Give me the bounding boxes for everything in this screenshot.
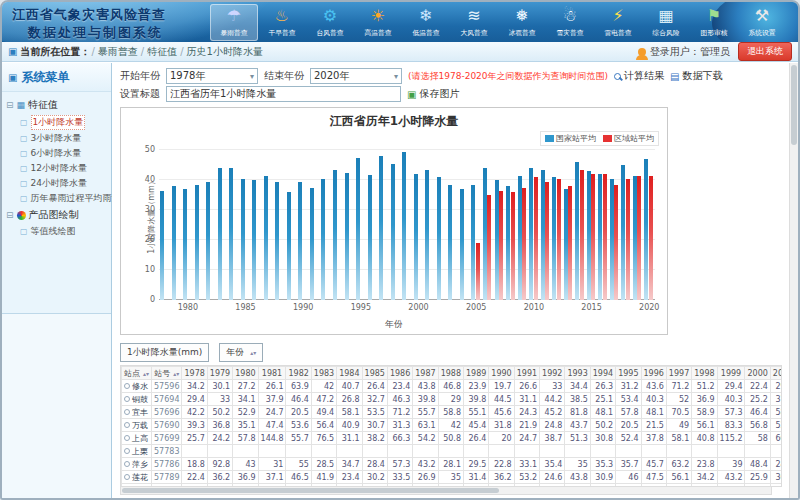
collapse-icon[interactable]: ⊟ [6, 210, 14, 220]
calculate-button[interactable]: 计算结果 [614, 69, 664, 83]
sidebar-item-1小时降水量[interactable]: ▢1小时降水量 [4, 114, 109, 131]
sidebar-item-6小时降水量[interactable]: ▢6小时降水量 [4, 146, 109, 161]
row-radio-button[interactable] [124, 396, 130, 402]
year-column-header[interactable]: 2001 [770, 367, 782, 380]
year-column-header[interactable]: 1994 [590, 367, 615, 380]
value-cell: 53.6 [286, 419, 311, 432]
sidebar-group-1[interactable]: ⊟▦特征值 [4, 96, 109, 114]
year-column-header[interactable]: 1982 [286, 367, 311, 380]
toolbar-item-12[interactable]: ⚒系统设置 [738, 4, 786, 41]
chart-title-input[interactable] [166, 86, 401, 102]
toolbar-item-9[interactable]: ⚡雷电普查 [594, 4, 642, 41]
toolbar-item-1[interactable]: ☂暴雨普查 [210, 4, 258, 41]
station-name-cell[interactable]: 上栗 [122, 445, 152, 458]
start-year-select[interactable]: 1978年 ▾ [166, 68, 258, 84]
station-name-cell[interactable]: 莲花 [122, 471, 152, 484]
vertical-scroll-thumb[interactable] [791, 65, 797, 145]
toolbar-item-4[interactable]: ☀高温普查 [354, 4, 402, 41]
legend-label: 区域站平均 [614, 133, 654, 144]
year-column-header[interactable]: 1985 [362, 367, 387, 380]
year-column-header[interactable]: 1980 [233, 367, 258, 380]
station-name-cell[interactable]: 铜鼓 [122, 393, 152, 406]
toolbar-item-8[interactable]: ☃雪灾普查 [546, 4, 594, 41]
toolbar-item-11[interactable]: ⚑图形审核 [690, 4, 738, 41]
value-cell: 31.2 [616, 380, 641, 393]
year-column-header[interactable]: 1978 [182, 367, 207, 380]
vertical-scrollbar[interactable] [789, 63, 798, 498]
value-cell: 38.7 [540, 432, 565, 445]
row-radio-button[interactable] [124, 474, 130, 480]
year-column-header[interactable]: 1997 [666, 367, 691, 380]
station-name-cell[interactable]: 修水 [122, 380, 152, 393]
breadcrumb-item[interactable]: 特征值 [147, 46, 177, 57]
row-radio-button[interactable] [124, 422, 130, 428]
year-column-header[interactable]: 1988 [438, 367, 463, 380]
sidebar-item-等值线绘图[interactable]: ▢等值线绘图 [4, 224, 109, 239]
year-column-header[interactable]: 1986 [387, 367, 412, 380]
breadcrumb-item[interactable]: 暴雨普查 [98, 46, 138, 57]
end-year-select[interactable]: 2020年 ▾ [310, 68, 402, 84]
year-column-header[interactable]: 1987 [413, 367, 438, 380]
toolbar-item-3[interactable]: ⚙台风普查 [306, 4, 354, 41]
year-column-header[interactable]: 1990 [489, 367, 514, 380]
x-tick-label: 2005 [466, 303, 486, 312]
sidebar-group-2[interactable]: ⊟产品图绘制 [4, 206, 109, 224]
year-column-header[interactable]: 1983 [311, 367, 336, 380]
app-title: 江西省气象灾害风险普查 数据处理与制图系统 [12, 6, 166, 42]
breadcrumb-separator: / [141, 46, 144, 57]
download-button[interactable]: ▤ 数据下载 [670, 69, 722, 83]
station-name-cell[interactable]: 万载 [122, 419, 152, 432]
document-icon: ▢ [20, 118, 28, 127]
toolbar-item-5[interactable]: ❄低温普查 [402, 4, 450, 41]
year-column-header[interactable]: 1979 [207, 367, 232, 380]
value-cell: 56.8 [745, 419, 770, 432]
station-id-column-header[interactable]: 站号▴▾ [152, 367, 182, 380]
y-axis-label: 1小时降水量（mm） [146, 177, 157, 254]
year-column-header[interactable]: 1998 [692, 367, 717, 380]
year-column-header[interactable]: 1995 [616, 367, 641, 380]
row-radio-button[interactable] [124, 461, 130, 467]
year-column-header[interactable]: 2000 [745, 367, 770, 380]
row-radio-button[interactable] [124, 409, 130, 415]
toolbar-item-10[interactable]: ▦综合风险 [642, 4, 690, 41]
toolbar-item-7[interactable]: ❅冰雹普查 [498, 4, 546, 41]
year-column-header[interactable]: 1991 [514, 367, 539, 380]
toolbar-item-2[interactable]: ♨干旱普查 [258, 4, 306, 41]
year-sort-control[interactable]: 年份 ▴▾ [219, 343, 263, 362]
station-name-cell[interactable]: 宜丰 [122, 406, 152, 419]
breadcrumb-separator: / [180, 46, 183, 57]
x-tick-label: 1980 [178, 303, 198, 312]
row-radio-button[interactable] [124, 435, 130, 441]
station-column-header[interactable]: 站点▴▾ [122, 367, 152, 380]
row-radio-button[interactable] [124, 448, 130, 454]
sidebar-item-24小时降水量[interactable]: ▢24小时降水量 [4, 176, 109, 191]
sidebar-item-12小时降水量[interactable]: ▢12小时降水量 [4, 161, 109, 176]
logout-button[interactable]: 退出系统 [738, 42, 792, 61]
value-cell: 38.5 [565, 393, 590, 406]
toolbar-item-label: 暴雨普查 [220, 28, 247, 37]
year-column-header[interactable]: 1992 [540, 367, 565, 380]
sidebar-item-3小时降水量[interactable]: ▢3小时降水量 [4, 131, 109, 146]
document-icon: ▢ [20, 194, 28, 203]
year-column-header[interactable]: 1989 [463, 367, 488, 380]
save-image-button[interactable]: ▣ 保存图片 [407, 87, 459, 101]
row-radio-button[interactable] [124, 383, 130, 389]
station-name-cell[interactable]: 上高 [122, 432, 152, 445]
horizontal-scroll-thumb[interactable] [122, 488, 499, 493]
year-column-header[interactable]: 1981 [258, 367, 286, 380]
year-column-header[interactable]: 1999 [717, 367, 745, 380]
sidebar-item-历年暴雨过程平均雨量[interactable]: ▢历年暴雨过程平均雨量 [4, 191, 109, 206]
station-name-cell[interactable]: 萍乡 [122, 458, 152, 471]
chart-bar-regional [534, 177, 538, 300]
toolbar-item-6[interactable]: ≋大风普查 [450, 4, 498, 41]
year-column-header[interactable]: 1996 [641, 367, 666, 380]
breadcrumb-item[interactable]: 历史1小时降水量 [187, 46, 263, 57]
year-column-header[interactable]: 1984 [337, 367, 362, 380]
station-id-cell: 57786 [152, 458, 182, 471]
toolbar-item-label: 大风普查 [460, 28, 487, 37]
value-cell: 29.4 [717, 380, 745, 393]
year-column-header[interactable]: 1993 [565, 367, 590, 380]
value-cell: 48.1 [641, 406, 666, 419]
horizontal-scrollbar[interactable] [120, 486, 772, 495]
collapse-icon[interactable]: ⊟ [6, 100, 14, 110]
